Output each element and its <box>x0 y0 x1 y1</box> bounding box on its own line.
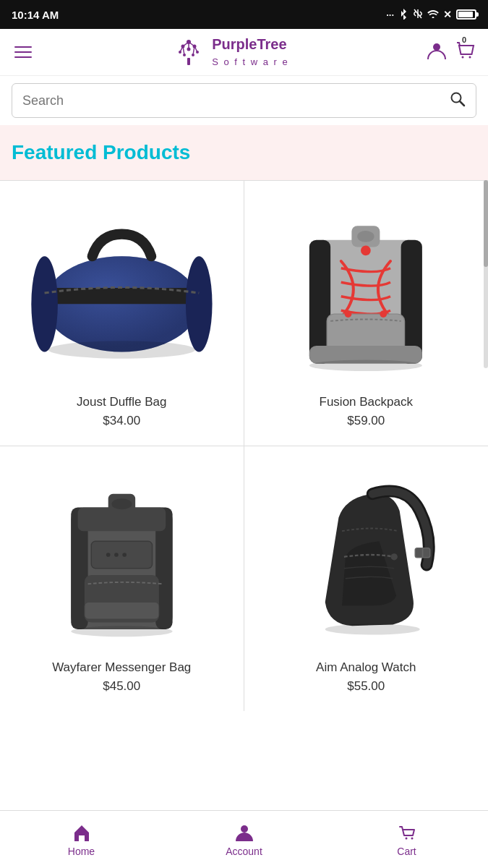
product-price-1: $34.00 <box>103 414 140 428</box>
product-name-4: Aim Analog Watch <box>316 660 416 675</box>
bottom-nav: Home Account Cart <box>0 810 488 868</box>
bluetooth-icon <box>398 8 408 22</box>
svg-point-52 <box>391 553 398 560</box>
search-bar <box>0 76 488 125</box>
product-name-1: Joust Duffle Bag <box>77 395 166 409</box>
svg-point-51 <box>71 626 172 637</box>
product-image-2 <box>252 195 481 383</box>
product-price-3: $45.00 <box>103 679 140 694</box>
svg-point-38 <box>309 360 422 372</box>
product-grid: Joust Duffle Bag $34.00 <box>0 180 488 711</box>
logo: PurpleTree S o f t w a r e <box>173 36 289 68</box>
svg-point-48 <box>106 553 111 557</box>
svg-point-55 <box>325 624 420 634</box>
scroll-thumb <box>484 180 488 267</box>
wifi-icon <box>427 9 439 20</box>
header: PurpleTree S o f t w a r e 0 <box>0 29 488 76</box>
svg-point-49 <box>114 553 119 557</box>
nav-account[interactable]: Account <box>163 822 325 857</box>
svg-rect-46 <box>91 541 152 568</box>
svg-point-25 <box>31 256 58 352</box>
svg-point-34 <box>361 246 371 256</box>
cart-count: 0 <box>462 35 466 44</box>
product-price-4: $55.00 <box>347 679 385 694</box>
svg-point-19 <box>469 56 471 59</box>
home-icon <box>72 822 92 843</box>
x-icon: ✕ <box>443 9 452 20</box>
product-name-3: Wayfarer Messenger Bag <box>52 660 191 675</box>
status-icons: ··· ✕ <box>386 8 476 22</box>
svg-point-56 <box>241 825 248 833</box>
menu-button[interactable] <box>12 43 35 61</box>
product-image-3 <box>7 461 236 649</box>
svg-point-27 <box>48 341 195 358</box>
logo-sub: S o f t w a r e <box>212 56 289 67</box>
search-input[interactable] <box>22 93 442 109</box>
header-actions: 0 <box>427 40 476 64</box>
svg-rect-16 <box>187 58 190 65</box>
status-time: 10:14 AM <box>12 9 59 21</box>
svg-point-26 <box>186 256 213 352</box>
svg-line-21 <box>460 101 464 106</box>
svg-point-32 <box>358 231 374 242</box>
svg-line-9 <box>183 42 189 46</box>
search-container[interactable] <box>12 83 476 118</box>
search-icon[interactable] <box>450 91 466 110</box>
user-icon[interactable] <box>427 41 446 64</box>
featured-banner: Featured Products <box>0 125 488 180</box>
cart-nav-icon <box>397 822 417 843</box>
featured-title: Featured Products <box>12 141 476 164</box>
nav-home[interactable]: Home <box>0 822 163 857</box>
product-cell-1[interactable]: Joust Duffle Bag $34.00 <box>0 181 244 446</box>
svg-line-10 <box>189 42 194 46</box>
svg-rect-43 <box>77 507 166 531</box>
duffle-bag-svg <box>19 205 225 374</box>
nav-cart-label: Cart <box>397 846 416 857</box>
tree-logo-icon <box>173 36 205 68</box>
product-grid-wrapper: Joust Duffle Bag $34.00 <box>0 180 488 711</box>
nav-home-label: Home <box>68 846 95 857</box>
scroll-indicator <box>484 180 488 368</box>
svg-point-36 <box>380 310 388 318</box>
cart-wrapper[interactable]: 0 <box>455 40 476 64</box>
dots-icon: ··· <box>386 9 394 20</box>
backpack-dark-svg <box>19 470 225 639</box>
product-image-4 <box>252 461 481 649</box>
nav-cart[interactable]: Cart <box>325 822 488 857</box>
svg-point-57 <box>405 837 407 839</box>
product-name-2: Fusion Backpack <box>320 395 413 409</box>
sling-bag-svg <box>262 470 469 639</box>
svg-point-50 <box>122 553 127 557</box>
svg-point-35 <box>345 310 352 318</box>
product-price-2: $59.00 <box>347 414 385 428</box>
battery-icon <box>456 9 476 20</box>
svg-point-58 <box>411 837 413 839</box>
svg-point-18 <box>462 56 464 59</box>
product-cell-4[interactable]: Aim Analog Watch $55.00 <box>244 446 489 711</box>
product-image-1 <box>7 195 236 383</box>
svg-point-44 <box>111 498 132 509</box>
backpack-gray-red-svg <box>262 205 469 374</box>
account-icon <box>234 822 254 843</box>
logo-text: PurpleTree S o f t w a r e <box>212 36 289 68</box>
mute-icon <box>413 8 423 22</box>
product-cell-2[interactable]: Fusion Backpack $59.00 <box>244 181 489 446</box>
svg-point-17 <box>433 43 440 51</box>
svg-rect-47 <box>85 603 159 619</box>
product-cell-3[interactable]: Wayfarer Messenger Bag $45.00 <box>0 446 244 711</box>
nav-account-label: Account <box>226 846 262 857</box>
logo-name: PurpleTree <box>212 36 286 52</box>
svg-point-23 <box>44 256 199 352</box>
status-bar: 10:14 AM ··· ✕ <box>0 0 488 29</box>
